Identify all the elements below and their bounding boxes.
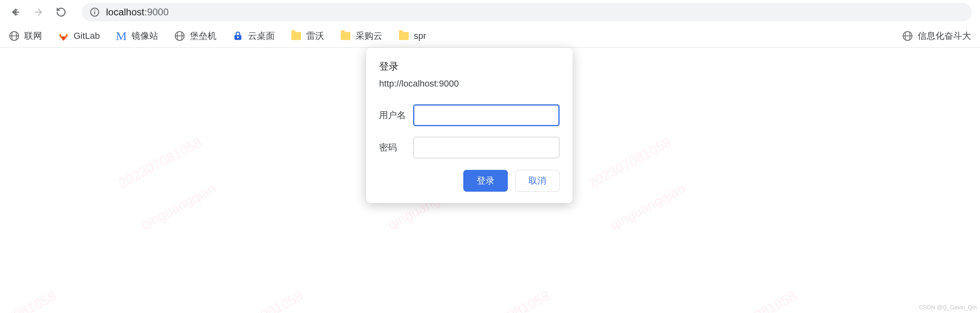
cancel-button[interactable]: 取消	[515, 170, 560, 192]
browser-nav-toolbar: localhost:9000	[0, 0, 980, 24]
password-label: 密码	[379, 142, 413, 154]
svg-point-3	[94, 10, 95, 11]
folder-icon	[399, 31, 409, 41]
page-content: 202307081058 qinguangqian 202307081058 q…	[0, 48, 980, 313]
globe-icon	[9, 31, 19, 41]
gitlab-icon	[58, 31, 69, 41]
bookmark-label: 镜像站	[132, 30, 158, 42]
address-bar[interactable]: localhost:9000	[82, 3, 972, 21]
watermark: 202307081058 qinguangqian	[202, 260, 343, 313]
bookmarks-bar: 联网 GitLab M 镜像站 堡垒机 云桌面 雷沃 采购云 spr 信息化奋斗…	[0, 24, 980, 48]
bookmark-label: 堡垒机	[190, 30, 216, 42]
folder-icon	[291, 31, 301, 41]
dialog-title: 登录	[379, 60, 560, 73]
bookmark-gitlab[interactable]: GitLab	[56, 29, 102, 43]
globe-icon	[174, 31, 185, 41]
bookmark-label: GitLab	[74, 31, 100, 41]
bookmark-caigouyun[interactable]: 采购云	[338, 28, 385, 44]
lock-icon	[233, 31, 243, 41]
watermark: 202307081058 qinguangqian	[0, 260, 96, 313]
bookmark-label: 联网	[24, 30, 42, 42]
folder-icon	[340, 31, 351, 41]
watermark: 202307081058 qinguangqian	[101, 106, 242, 261]
password-input[interactable]	[413, 137, 560, 159]
bookmark-leiwo[interactable]: 雷沃	[288, 28, 327, 44]
m-icon: M	[116, 31, 127, 41]
bookmark-label: 云桌面	[248, 30, 275, 42]
bookmark-bastion[interactable]: 堡垒机	[172, 28, 219, 44]
back-button[interactable]	[8, 4, 23, 20]
bookmark-cloud-desktop[interactable]: 云桌面	[230, 28, 277, 44]
bookmark-label: spr	[414, 31, 426, 41]
reload-button[interactable]	[53, 4, 69, 20]
bookmark-label: 雷沃	[306, 30, 324, 42]
url-text: localhost:9000	[106, 6, 169, 18]
globe-icon	[902, 31, 913, 41]
bookmark-spr[interactable]: spr	[396, 29, 429, 43]
http-auth-dialog: 登录 http://localhost:9000 用户名 密码 登录 取消	[366, 48, 573, 203]
dialog-origin: http://localhost:9000	[379, 78, 560, 89]
bookmark-mirror[interactable]: M 镜像站	[114, 28, 161, 44]
svg-point-5	[237, 36, 239, 38]
username-input[interactable]	[413, 104, 560, 126]
watermark: 202307081058 qinguangqian	[571, 106, 711, 261]
watermark: 202307081058 qinguangqian	[696, 260, 836, 313]
forward-button[interactable]	[31, 4, 46, 20]
site-info-icon[interactable]	[90, 7, 100, 17]
footer-credit: CSDN @Q_Gavin_Qin	[919, 304, 977, 311]
username-label: 用户名	[379, 109, 413, 121]
login-button[interactable]: 登录	[463, 170, 508, 192]
bookmark-label: 采购云	[356, 30, 382, 42]
bookmark-lianwang[interactable]: 联网	[6, 28, 45, 44]
bookmark-label: 信息化奋斗大	[918, 30, 971, 42]
bookmark-infohua[interactable]: 信息化奋斗大	[900, 28, 974, 44]
watermark: 202307081058 qinguangqian	[449, 260, 590, 313]
